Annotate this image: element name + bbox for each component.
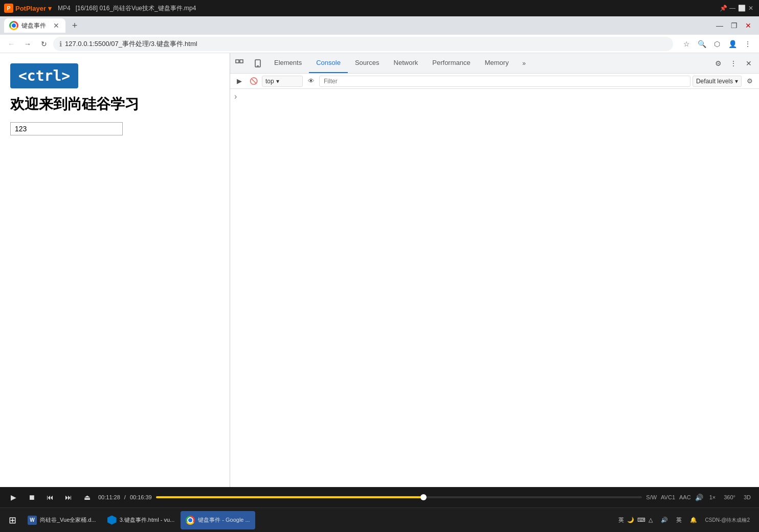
new-tab-button[interactable]: +: [68, 18, 82, 33]
devtools-inspect-btn[interactable]: [230, 53, 249, 73]
taskbar-tray-icons[interactable]: 英 🌙 ⌨ △: [616, 515, 655, 525]
browser-tab-bar: 键盘事件 ✕ + — ❐ ✕: [0, 16, 759, 35]
devtools-panel: Elements Console Sources Network Perform…: [230, 53, 759, 532]
potplayer-titlebar: P PotPlayer ▾ MP4 [16/168] 016_尚硅谷Vue技术_…: [0, 0, 759, 16]
media-format: S/W: [646, 494, 657, 500]
browser-menu-btn[interactable]: ⋮: [741, 37, 755, 51]
volume-icon-taskbar: 🔊: [661, 517, 668, 523]
potplayer-close-btn[interactable]: ✕: [747, 4, 755, 12]
media-audio: AAC: [679, 494, 691, 500]
devtools-tab-sources[interactable]: Sources: [348, 53, 387, 73]
bookmark-btn[interactable]: ☆: [679, 37, 694, 51]
forward-button[interactable]: →: [20, 37, 35, 51]
tray-up-icon: △: [649, 517, 653, 523]
word-icon: W: [28, 516, 37, 525]
browser-window-controls: — ❐ ✕: [713, 19, 755, 32]
media-separator: /: [124, 494, 126, 500]
refresh-button[interactable]: ↻: [37, 37, 51, 51]
media-prev-btn[interactable]: ⏮: [43, 490, 57, 504]
media-eject-btn[interactable]: ⏏: [80, 490, 94, 504]
media-right-controls: S/W AVC1 AAC 🔊 1× 360° 3D: [646, 493, 753, 501]
media-speed-btn[interactable]: 1×: [707, 493, 718, 501]
search-icon: 🔍: [695, 37, 709, 51]
media-codec: AVC1: [661, 494, 675, 500]
console-run-btn[interactable]: ▶: [233, 75, 245, 87]
console-clear-btn[interactable]: 🚫: [248, 75, 260, 87]
devtools-tab-elements[interactable]: Elements: [267, 53, 309, 73]
start-button[interactable]: ⊞: [3, 511, 21, 529]
console-toolbar: ▶ 🚫 top ▾ 👁 Default levels ▾ ⚙: [230, 74, 759, 89]
devtools-close-btn[interactable]: ✕: [742, 56, 756, 71]
potplayer-format: MP4: [58, 5, 71, 12]
media-current-time: 00:11:28: [98, 494, 120, 500]
back-button[interactable]: ←: [4, 37, 18, 51]
webpage-heading: 欢迎来到尚硅谷学习: [10, 95, 219, 114]
potplayer-window-controls: 📌 — ⬜ ✕: [719, 4, 755, 12]
chrome-icon: [186, 516, 195, 525]
media-next-btn[interactable]: ⏭: [61, 490, 76, 504]
svg-rect-0: [236, 60, 239, 63]
taskbar-csdn-label: CSDN-@待木成楠2: [703, 516, 752, 525]
devtools-tab-memory[interactable]: Memory: [478, 53, 516, 73]
vscode-icon: [107, 516, 117, 525]
media-3d-btn[interactable]: 3D: [742, 493, 753, 501]
chevron-down-icon: ▾: [735, 78, 738, 85]
devtools-tab-network[interactable]: Network: [387, 53, 426, 73]
media-progress-bar[interactable]: [156, 496, 642, 498]
browser-minimize-btn[interactable]: —: [713, 19, 726, 32]
taskbar-language-btn[interactable]: 英: [674, 515, 684, 525]
media-stop-btn[interactable]: ⏹: [25, 490, 39, 504]
ctrl-badge: <ctrl>: [10, 63, 78, 88]
potplayer-logo-icon: P: [4, 4, 13, 13]
devtools-tabs: Elements Console Sources Network Perform…: [267, 53, 708, 73]
media-progress-fill: [156, 496, 423, 498]
browser-restore-btn[interactable]: ❐: [727, 19, 741, 32]
potplayer-logo[interactable]: P PotPlayer ▾: [4, 4, 52, 13]
console-context-selector[interactable]: top ▾: [262, 76, 303, 87]
address-text: 127.0.0.1:5500/07_事件处理/3.键盘事件.html: [65, 39, 667, 49]
devtools-device-btn[interactable]: [249, 53, 267, 73]
tray-moon-icon: 🌙: [627, 517, 634, 523]
keyboard-event-input[interactable]: [10, 122, 123, 135]
devtools-more-btn[interactable]: ⋮: [726, 56, 741, 71]
potplayer-maximize-btn[interactable]: ⬜: [738, 4, 746, 12]
potplayer-dropdown-arrow: ▾: [48, 5, 52, 12]
browser-window: 键盘事件 ✕ + — ❐ ✕ ← → ↻ ℹ 127.0.0.1:5500/07…: [0, 16, 759, 532]
media-play-btn[interactable]: ▶: [6, 490, 20, 504]
taskbar-volume-btn[interactable]: 🔊: [659, 516, 670, 524]
taskbar-item-chrome[interactable]: 键盘事件 - Google ...: [181, 511, 255, 529]
console-levels-selector[interactable]: Default levels ▾: [693, 76, 742, 87]
taskbar: ⊞ W 尚硅谷_Vue全家桶.d... 3.键盘事件.html - vu... …: [0, 507, 759, 532]
extensions-btn[interactable]: ⬡: [710, 37, 724, 51]
devtools-tab-performance[interactable]: Performance: [425, 53, 477, 73]
media-progress-thumb: [420, 494, 427, 500]
browser-tab-keyboard-event[interactable]: 键盘事件 ✕: [4, 18, 65, 33]
potplayer-file-info: [16/168] 016_尚硅谷Vue技术_键盘事件.mp4: [76, 4, 196, 13]
console-chevron-row[interactable]: ›: [230, 91, 759, 102]
console-filter-input[interactable]: [319, 76, 690, 87]
media-controls: ▶ ⏹ ⏮ ⏭ ⏏ 00:11:28 / 00:16:39 S/W AVC1 A…: [0, 487, 759, 507]
taskbar-right: 英 🌙 ⌨ △ 🔊 英 🔔 CSDN-@待木成楠2: [616, 515, 756, 525]
address-box[interactable]: ℹ 127.0.0.1:5500/07_事件处理/3.键盘事件.html: [53, 37, 673, 51]
console-eye-btn[interactable]: 👁: [305, 75, 317, 87]
addressbar-actions: ☆ 🔍 ⬡ 👤 ⋮: [679, 37, 755, 51]
profile-btn[interactable]: 👤: [725, 37, 740, 51]
volume-icon[interactable]: 🔊: [695, 494, 703, 501]
devtools-tab-console[interactable]: Console: [309, 53, 348, 73]
info-icon: ℹ: [59, 40, 62, 48]
browser-addressbar: ← → ↻ ℹ 127.0.0.1:5500/07_事件处理/3.键盘事件.ht…: [0, 35, 759, 53]
devtools-tab-more-btn[interactable]: »: [516, 53, 532, 73]
media-360-btn[interactable]: 360°: [722, 493, 738, 501]
tray-keyboard-icon: ⌨: [637, 517, 645, 523]
potplayer-minimize-btn[interactable]: —: [728, 4, 736, 12]
console-levels-label: Default levels: [696, 78, 733, 85]
browser-close-btn[interactable]: ✕: [742, 19, 755, 32]
tab-close-btn[interactable]: ✕: [52, 21, 60, 30]
taskbar-item-word[interactable]: W 尚硅谷_Vue全家桶.d...: [23, 511, 101, 529]
console-output: ›: [230, 89, 759, 532]
taskbar-item-vscode[interactable]: 3.键盘事件.html - vu...: [102, 511, 180, 529]
console-settings-btn[interactable]: ⚙: [744, 75, 756, 87]
potplayer-pin-btn[interactable]: 📌: [719, 4, 727, 12]
taskbar-notification-btn[interactable]: 🔔: [688, 516, 699, 524]
devtools-settings-btn[interactable]: ⚙: [711, 56, 725, 71]
